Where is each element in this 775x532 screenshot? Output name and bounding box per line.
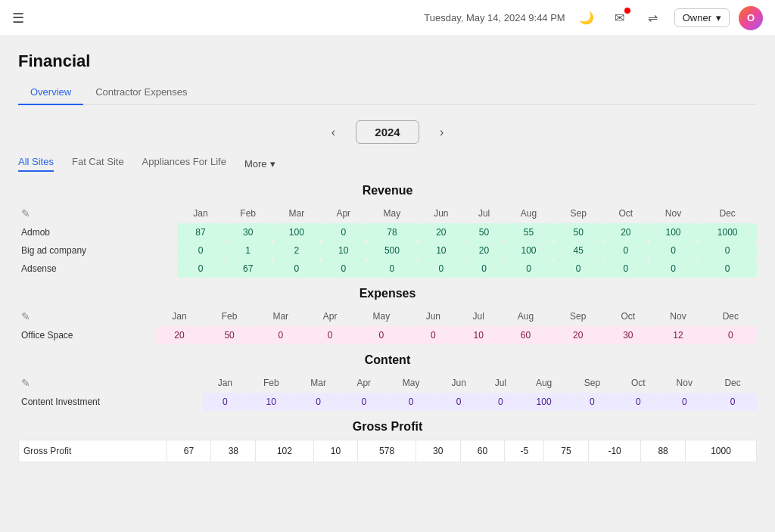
content-title: Content <box>18 353 757 367</box>
revenue-table: ✎ Jan Feb Mar Apr May Jun Jul Aug Sep Oc… <box>18 204 757 278</box>
menu-icon[interactable]: ☰ <box>12 10 24 26</box>
cell-value[interactable]: 87 <box>177 223 223 241</box>
mar-header: Mar <box>272 204 321 223</box>
edit-header[interactable]: ✎ <box>18 204 177 223</box>
cell-value[interactable]: 0 <box>705 326 757 344</box>
cell-value[interactable]: 0 <box>649 260 699 278</box>
cell-value[interactable]: 45 <box>553 241 603 260</box>
cell-value[interactable]: 578 <box>358 440 416 462</box>
cell-value[interactable]: 0 <box>342 393 386 411</box>
cell-value[interactable]: 100 <box>649 223 699 241</box>
cell-value[interactable]: 20 <box>418 223 464 241</box>
cell-value[interactable]: 20 <box>155 326 204 344</box>
next-year-button[interactable]: › <box>431 122 453 143</box>
page-title: Financial <box>18 51 757 71</box>
cell-value[interactable]: 50 <box>553 223 603 241</box>
cell-value[interactable]: 60 <box>500 326 552 344</box>
cell-value[interactable]: 10 <box>458 326 500 344</box>
cell-value[interactable]: 0 <box>272 260 321 278</box>
cell-value[interactable]: 1000 <box>698 223 757 241</box>
cell-value[interactable]: 0 <box>294 393 341 411</box>
cell-value[interactable]: 88 <box>641 440 686 462</box>
tab-overview[interactable]: Overview <box>18 80 83 105</box>
cell-value[interactable]: 10 <box>418 241 464 260</box>
row-label: Big ad company <box>18 241 177 260</box>
cell-value[interactable]: 0 <box>698 241 757 260</box>
cell-value[interactable]: 100 <box>272 223 321 241</box>
more-dropdown[interactable]: More ▾ <box>244 158 275 170</box>
cell-value[interactable]: 1 <box>224 241 272 260</box>
cell-value[interactable]: 0 <box>660 393 708 411</box>
cell-value[interactable]: 1000 <box>686 440 757 462</box>
cell-value[interactable]: 0 <box>177 260 223 278</box>
site-tab-appliances[interactable]: Appliances For Life <box>142 156 226 172</box>
cell-value[interactable]: 60 <box>460 440 505 462</box>
cell-value[interactable]: 10 <box>313 440 358 462</box>
site-tab-fatcat[interactable]: Fat Cat Site <box>72 156 124 172</box>
site-tabs: All Sites Fat Cat Site Appliances For Li… <box>18 156 757 172</box>
cell-value[interactable]: 0 <box>321 260 366 278</box>
content-edit-header[interactable]: ✎ <box>18 373 203 393</box>
cell-value[interactable]: 0 <box>616 393 660 411</box>
cell-value[interactable]: 75 <box>544 440 589 462</box>
cell-value[interactable]: 500 <box>366 241 419 260</box>
cell-value[interactable]: 50 <box>204 326 255 344</box>
cell-value[interactable]: 0 <box>203 393 247 411</box>
cell-value[interactable]: 0 <box>409 326 458 344</box>
site-tab-all[interactable]: All Sites <box>18 156 54 172</box>
prev-year-button[interactable]: ‹ <box>322 122 344 143</box>
cell-value[interactable]: 30 <box>224 223 272 241</box>
dark-mode-icon[interactable]: 🌙 <box>574 6 599 30</box>
cell-value[interactable]: 50 <box>464 223 503 241</box>
cell-value[interactable]: 0 <box>177 241 223 260</box>
cell-value[interactable]: 0 <box>708 393 757 411</box>
expenses-edit-header[interactable]: ✎ <box>18 306 155 326</box>
cell-value[interactable]: 0 <box>603 241 649 260</box>
cell-value[interactable]: -5 <box>505 440 544 462</box>
cell-value[interactable]: 55 <box>504 223 554 241</box>
cell-value[interactable]: 0 <box>603 260 649 278</box>
mail-icon[interactable]: ✉ <box>608 6 632 30</box>
topbar: ☰ Tuesday, May 14, 2024 9:44 PM 🌙 ✉ ⇌ Ow… <box>0 0 775 36</box>
cell-value[interactable]: 0 <box>481 393 520 411</box>
cell-value[interactable]: 30 <box>416 440 460 462</box>
cell-value[interactable]: 20 <box>552 326 604 344</box>
cell-value[interactable]: 0 <box>649 241 699 260</box>
cell-value[interactable]: 0 <box>553 260 603 278</box>
cell-value[interactable]: 67 <box>224 260 272 278</box>
cell-value[interactable]: 102 <box>256 440 313 462</box>
cell-value[interactable]: 2 <box>272 241 321 260</box>
cell-value[interactable]: 100 <box>504 241 554 260</box>
cell-value[interactable]: 0 <box>307 326 354 344</box>
row-label: Content Investment <box>18 393 203 411</box>
cell-value[interactable]: 0 <box>504 260 554 278</box>
cell-value[interactable]: 0 <box>321 223 366 241</box>
cell-value[interactable]: 0 <box>464 260 503 278</box>
row-label: Adsense <box>18 260 177 278</box>
network-icon[interactable]: ⇌ <box>641 6 665 30</box>
cell-value[interactable]: 0 <box>386 393 437 411</box>
year-nav: ‹ 2024 › <box>18 120 757 144</box>
cell-value[interactable]: 10 <box>247 393 294 411</box>
cell-value[interactable]: -10 <box>588 440 640 462</box>
cell-value[interactable]: 100 <box>520 393 568 411</box>
cell-value[interactable]: 67 <box>167 440 211 462</box>
cell-value[interactable]: 0 <box>354 326 409 344</box>
cell-value[interactable]: 0 <box>436 393 481 411</box>
cell-value[interactable]: 10 <box>321 241 366 260</box>
cell-value[interactable]: 38 <box>211 440 256 462</box>
tab-contractor-expenses[interactable]: Contractor Expenses <box>83 80 199 105</box>
owner-dropdown[interactable]: Owner ▾ <box>674 8 730 27</box>
cell-value[interactable]: 0 <box>418 260 464 278</box>
cell-value[interactable]: 0 <box>568 393 617 411</box>
cell-value[interactable]: 30 <box>604 326 652 344</box>
avatar[interactable]: O <box>739 6 763 30</box>
cell-value[interactable]: 12 <box>652 326 704 344</box>
cell-value[interactable]: 78 <box>366 223 419 241</box>
cell-value[interactable]: 0 <box>698 260 757 278</box>
cell-value[interactable]: 20 <box>464 241 503 260</box>
jan-header: Jan <box>177 204 223 223</box>
cell-value[interactable]: 20 <box>603 223 649 241</box>
cell-value[interactable]: 0 <box>366 260 419 278</box>
cell-value[interactable]: 0 <box>255 326 307 344</box>
